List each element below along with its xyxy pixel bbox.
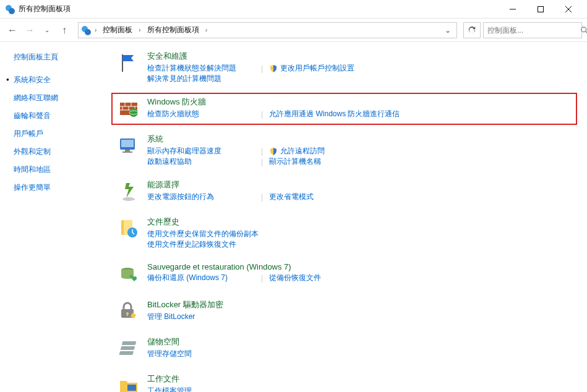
category-link[interactable]: 使用文件歷史保留文件的備份副本	[147, 229, 259, 239]
breadcrumb-item[interactable]: 所有控制面板項	[145, 23, 202, 36]
svg-point-8	[581, 27, 586, 32]
category-section: Windows 防火牆檢查防火牆狀態|允許應用通過 Windows 防火牆進行通…	[111, 93, 577, 125]
category-link[interactable]: |更改用戶帳戶控制設置	[261, 63, 360, 74]
category-link[interactable]: 管理存儲空間	[147, 349, 246, 359]
window-title: 所有控制面板項	[19, 4, 499, 14]
search-box[interactable]	[483, 22, 582, 38]
content-area: 安全和維護檢查計算機狀態並解決問題|更改用戶帳戶控制設置解決常見的計算機問題Wi…	[111, 42, 587, 392]
sidebar-heading[interactable]: 控制面板主頁	[14, 52, 111, 62]
category-link[interactable]: |顯示計算機名稱	[261, 156, 360, 167]
category-link[interactable]: 檢查計算機狀態並解決問題	[147, 63, 246, 74]
search-input[interactable]	[487, 26, 580, 35]
category-link[interactable]: 工作檔案管理	[147, 386, 246, 392]
svg-rect-36	[127, 385, 136, 391]
titlebar: 所有控制面板項	[0, 0, 587, 19]
sidebar-item[interactable]: 外觀和定制	[14, 143, 111, 161]
category-link[interactable]: 檢查防火牆狀態	[147, 109, 246, 119]
sidebar-item[interactable]: 用戶帳戶	[14, 125, 111, 143]
link-separator: |	[261, 158, 263, 166]
address-bar[interactable]: › 控制面板 › 所有控制面板項 › ⌄	[78, 22, 457, 38]
link-separator: |	[261, 64, 263, 73]
control-panel-icon	[5, 4, 15, 14]
category-section: 文件歷史使用文件歷史保留文件的備份副本使用文件歷史記錄恢復文件	[111, 213, 577, 254]
sidebar-item[interactable]: 操作更簡單	[14, 179, 111, 197]
address-dropdown-button[interactable]: ⌄	[442, 26, 454, 35]
shield-icon	[269, 64, 278, 73]
sidebar-item[interactable]: 網絡和互聯網	[14, 89, 111, 107]
system-icon	[116, 134, 141, 158]
svg-point-18	[129, 108, 138, 117]
category-section: 工作文件工作檔案管理	[111, 370, 577, 392]
chevron-right-icon[interactable]: ›	[204, 27, 208, 33]
svg-rect-34	[121, 346, 135, 350]
flag-icon	[116, 51, 141, 75]
category-link[interactable]: |從備份恢復文件	[261, 273, 360, 283]
chevron-right-icon[interactable]: ›	[137, 27, 142, 33]
svg-point-1	[9, 8, 15, 14]
svg-rect-33	[122, 341, 137, 345]
svg-rect-23	[122, 151, 132, 153]
category-section: 系統顯示內存和處理器速度|允許遠程訪問啟動遠程協助|顯示計算機名稱	[111, 130, 577, 171]
sidebar-item[interactable]: 齒輪和聲音	[14, 107, 111, 125]
up-button[interactable]: ↑	[57, 23, 72, 38]
breadcrumb-item[interactable]: 控制面板	[100, 23, 135, 36]
category-link[interactable]: 顯示內存和處理器速度	[147, 146, 246, 156]
category-title[interactable]: Windows 防火牆	[147, 96, 572, 108]
link-separator: |	[261, 147, 263, 156]
maximize-button[interactable]	[526, 0, 554, 19]
sidebar-item[interactable]: 時間和地區	[14, 161, 111, 179]
link-separator: |	[261, 193, 263, 202]
category-section: Sauvegarde et restauration (Windows 7)備份…	[111, 258, 577, 291]
category-link[interactable]: 管理 BitLocker	[147, 312, 246, 322]
search-icon[interactable]	[580, 26, 587, 35]
forward-button[interactable]: →	[22, 23, 37, 38]
link-separator: |	[261, 110, 263, 119]
link-separator: |	[261, 274, 263, 283]
shield-icon	[269, 147, 278, 156]
bitlocker-icon	[116, 299, 141, 324]
category-link[interactable]: |允許應用通過 Windows 防火牆進行通信	[261, 109, 400, 119]
backup-icon	[116, 262, 141, 287]
category-section: BitLocker 驅動器加密管理 BitLocker	[111, 296, 577, 328]
category-title[interactable]: 文件歷史	[147, 216, 572, 228]
category-section: 能源選擇更改電源按鈕的行為|更改省電模式	[111, 176, 577, 208]
svg-point-29	[133, 276, 137, 280]
category-link[interactable]: 解決常見的計算機問題	[147, 74, 246, 84]
control-panel-icon	[81, 25, 91, 35]
svg-rect-35	[119, 351, 134, 355]
svg-rect-3	[538, 6, 543, 12]
refresh-button[interactable]	[463, 22, 481, 38]
category-title[interactable]: 工作文件	[147, 373, 572, 385]
category-link[interactable]: |允許遠程訪問	[261, 146, 360, 156]
sidebar: 控制面板主頁 系統和安全網絡和互聯網齒輪和聲音用戶帳戶外觀和定制時間和地區操作更…	[0, 42, 111, 392]
category-link[interactable]: |更改省電模式	[261, 192, 360, 202]
firewall-icon	[116, 96, 141, 121]
category-title[interactable]: 安全和維護	[147, 51, 572, 62]
power-icon	[116, 179, 141, 204]
category-link[interactable]: 更改電源按鈕的行為	[147, 192, 246, 202]
category-title[interactable]: BitLocker 驅動器加密	[147, 299, 572, 310]
storage-icon	[116, 336, 141, 361]
category-section: 儲物空間管理存儲空間	[111, 333, 577, 365]
svg-point-7	[85, 29, 91, 35]
sidebar-item[interactable]: 系統和安全	[14, 71, 111, 89]
svg-rect-22	[125, 150, 130, 151]
close-button[interactable]	[554, 0, 582, 19]
category-title[interactable]: 儲物空間	[147, 336, 572, 347]
category-title[interactable]: 系統	[147, 134, 572, 145]
category-link[interactable]: 備份和還原 (Windows 7)	[147, 273, 246, 283]
category-title[interactable]: Sauvegarde et restauration (Windows 7)	[147, 262, 572, 271]
svg-point-24	[122, 197, 135, 201]
minimize-button[interactable]	[499, 0, 526, 19]
history-icon	[116, 216, 141, 241]
recent-locations-button[interactable]: ⌄	[40, 23, 54, 38]
toolbar: ← → ⌄ ↑ › 控制面板 › 所有控制面板項 › ⌄	[0, 19, 587, 42]
svg-rect-21	[121, 140, 134, 147]
category-link[interactable]: 啟動遠程協助	[147, 156, 246, 167]
chevron-right-icon[interactable]: ›	[93, 27, 98, 33]
category-section: 安全和維護檢查計算機狀態並解決問題|更改用戶帳戶控制設置解決常見的計算機問題	[111, 47, 577, 88]
category-title[interactable]: 能源選擇	[147, 179, 572, 190]
category-link[interactable]: 使用文件歷史記錄恢復文件	[147, 239, 246, 250]
back-button[interactable]: ←	[5, 23, 20, 38]
svg-rect-32	[127, 313, 128, 316]
